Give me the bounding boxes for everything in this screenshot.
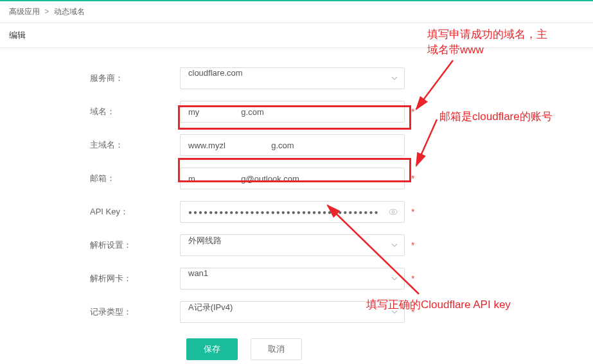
select-resolve-setting[interactable]: 外网线路 xyxy=(180,234,405,256)
row-api-key: API Key： ●●●●●●●●●●●●●●●●●●●●●●●●●●●●●●●… xyxy=(0,201,593,223)
label-resolve-nic: 解析网卡： xyxy=(0,273,180,284)
input-main-domain[interactable]: www.myzlxxxxxxxxxxxg.com xyxy=(180,134,405,156)
label-main-domain: 主域名： xyxy=(0,139,180,151)
required-star: * xyxy=(411,273,414,284)
select-provider[interactable]: cloudflare.com xyxy=(180,67,405,89)
input-domain[interactable]: myxxxxxxxxxxg.com xyxy=(180,101,405,123)
svg-point-1 xyxy=(392,211,394,213)
annotation-email: 邮箱是cloudflare的账号 xyxy=(439,109,553,125)
row-resolve-nic: 解析网卡： wan1 * xyxy=(0,268,593,290)
input-api-key[interactable]: ●●●●●●●●●●●●●●●●●●●●●●●●●●●●●●●●●●●●● xyxy=(180,201,405,223)
label-domain: 域名： xyxy=(0,106,180,117)
breadcrumb: 高级应用 > 动态域名 xyxy=(0,1,593,23)
label-api-key: API Key： xyxy=(0,206,180,218)
required-star: * xyxy=(411,240,414,250)
svg-point-0 xyxy=(389,209,397,214)
label-record-type: 记录类型： xyxy=(0,306,180,318)
row-main-domain: 主域名： www.myzlxxxxxxxxxxxg.com xyxy=(0,134,593,156)
actions: 保存 取消 xyxy=(186,338,593,360)
row-provider: 服务商： cloudflare.com xyxy=(0,67,593,89)
required-star: * xyxy=(411,207,414,217)
form: 服务商： cloudflare.com 域名： myxxxxxxxxxxg.co… xyxy=(0,48,593,360)
annotation-domain: 填写申请成功的域名，主 域名带www xyxy=(427,27,547,58)
cancel-button[interactable]: 取消 xyxy=(251,338,302,360)
save-button[interactable]: 保存 xyxy=(186,338,238,360)
breadcrumb-separator: > xyxy=(44,7,49,16)
eye-icon[interactable] xyxy=(388,207,398,217)
input-email[interactable]: mxxxxxxxxxxxg@outlook.com xyxy=(180,168,405,189)
row-resolve-setting: 解析设置： 外网线路 * xyxy=(0,234,593,256)
breadcrumb-parent[interactable]: 高级应用 xyxy=(9,7,40,16)
label-resolve-setting: 解析设置： xyxy=(0,239,180,251)
label-email: 邮箱： xyxy=(0,173,180,184)
row-email: 邮箱： mxxxxxxxxxxxg@outlook.com * xyxy=(0,168,593,189)
annotation-apikey: 填写正确的Cloudflare API key xyxy=(366,297,511,313)
breadcrumb-current: 动态域名 xyxy=(54,7,85,16)
required-star: * xyxy=(411,107,414,117)
label-provider: 服务商： xyxy=(0,73,180,84)
required-star: * xyxy=(411,173,414,184)
select-resolve-nic[interactable]: wan1 xyxy=(180,268,405,290)
